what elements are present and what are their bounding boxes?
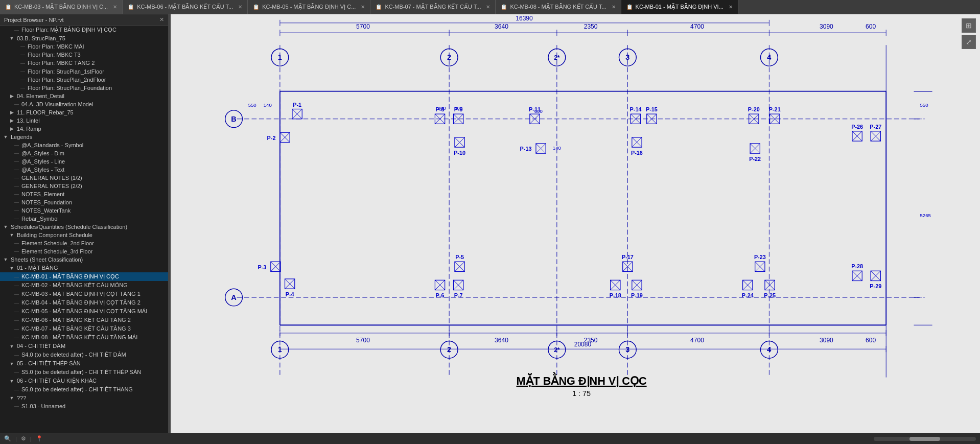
svg-text:2: 2 <box>447 345 451 354</box>
tree-item-general-notes-2[interactable]: —GENERAL NOTES (2/2) <box>0 182 168 190</box>
status-icon-1[interactable]: 🔍 <box>4 435 11 442</box>
tree-item-schedules-quantities[interactable]: ▼Schedules/Quantities (Schedule Classifi… <box>0 223 168 231</box>
tree-item-astyles-text[interactable]: —@A_Styles - Text <box>0 166 168 174</box>
tree-item-s4-delete[interactable]: —S4.0 (to be deleted after) - CHI TIẾT D… <box>0 350 168 359</box>
tree-item-strucplan-75[interactable]: ▼03.B. StrucPlan_75 <box>0 34 168 42</box>
tree-item-question-marks[interactable]: ▼??? <box>0 394 168 402</box>
svg-text:2: 2 <box>447 53 451 61</box>
tree-toggle[interactable]: ▶ <box>8 126 15 131</box>
tree-item-floor-strucplan-foundation[interactable]: —Floor Plan: StrucPlan_Foundation <box>0 84 168 92</box>
tree-item-kc-mb-04[interactable]: —KC-MB-04 - MẶT BẰNG ĐỊNH VỊ CỌT TẦNG 2 <box>0 298 168 307</box>
tree-label: Floor Plan: StrucPlan_Foundation <box>28 85 112 91</box>
svg-text:B: B <box>231 115 236 123</box>
horizontal-scrollbar[interactable] <box>874 437 976 441</box>
tree-item-general-notes-1[interactable]: —GENERAL NOTES (1/2) <box>0 174 168 182</box>
tree-item-astyles-dim[interactable]: —@A_Styles - Dim <box>0 149 168 157</box>
tab-6-close[interactable]: ✕ <box>729 4 733 10</box>
tree-toggle[interactable]: ▼ <box>8 361 15 366</box>
tree-item-floor-mbkc-mai[interactable]: —Floor Plan: MBKC MÁI <box>0 42 168 51</box>
tree-item-astandards-symbol[interactable]: —@A_Standards - Symbol <box>0 141 168 149</box>
tree-toggle[interactable]: ▼ <box>2 224 9 229</box>
tree-item-floor-strucplan-2nd[interactable]: —Floor Plan: StrucPlan_2ndFloor <box>0 76 168 84</box>
tree-toggle[interactable]: ▼ <box>8 266 15 271</box>
svg-text:1: 1 <box>278 53 282 61</box>
tree-item-floor-dinh-vi-coc[interactable]: —Floor Plan: MẶT BẰNG ĐỊNH VỊ CỌC <box>0 26 168 34</box>
tree-item-kc-mb-03[interactable]: —KC-MB-03 - MẶT BẰNG ĐỊNH VỊ CỌT TẦNG 1 <box>0 290 168 298</box>
svg-text:2*: 2* <box>554 346 560 354</box>
tree-item-element-detail[interactable]: ▶04. Element_Detail <box>0 92 168 100</box>
tree-label: KC-MB-06 - MẶT BẰNG KẾT CẤU TẦNG 2 <box>21 317 131 323</box>
svg-text:5700: 5700 <box>356 23 370 30</box>
zoom-to-fit-button[interactable]: ⤢ <box>962 35 976 49</box>
tree-item-kc-mb-06[interactable]: —KC-MB-06 - MẶT BẰNG KẾT CẤU TẦNG 2 <box>0 316 168 324</box>
tree-toggle[interactable]: ▼ <box>8 36 15 41</box>
tree-item-astyles-line[interactable]: —@A_Styles - Line <box>0 157 168 166</box>
tab-6[interactable]: 📋 KC-MB-01 - MẶT BẰNG ĐỊNH VI... ✕ <box>621 0 738 14</box>
tab-2-close[interactable]: ✕ <box>238 4 242 10</box>
tree-item-3d-visualization[interactable]: —04.A. 3D Visualization Model <box>0 100 168 108</box>
tree-item-rebar-symbol[interactable]: —Rebar_Symbol <box>0 215 168 223</box>
sidebar-close-button[interactable]: ✕ <box>159 16 164 23</box>
view-cube-button[interactable]: ⊞ <box>962 18 976 33</box>
tree-item-kc-mb-01[interactable]: —KC-MB-01 - MẶT BẰNG ĐỊNH VỊ CỌC <box>0 272 168 281</box>
tree-toggle[interactable]: ▼ <box>8 344 15 349</box>
tab-2[interactable]: 📋 KC-MB-06 - MẶT BẰNG KẾT CẤU T... ✕ <box>123 0 248 14</box>
svg-text:P-21: P-21 <box>769 106 781 112</box>
tree-item-01-mat-bang[interactable]: ▼01 - MẶT BẰNG <box>0 264 168 272</box>
tree-toggle[interactable]: ▶ <box>8 110 15 115</box>
tab-5[interactable]: 📋 KC-MB-08 - MẶT BẰNG KẾT CẤU T... ✕ <box>496 0 621 14</box>
tree-item-notes-foundation[interactable]: —NOTES_Foundation <box>0 198 168 206</box>
tree-toggle[interactable]: ▶ <box>8 94 15 99</box>
tree-label: Floor Plan: StrucPlan_1stFloor <box>28 68 104 75</box>
leaf-dash: — <box>14 200 21 205</box>
tree-toggle[interactable]: ▶ <box>8 118 15 123</box>
tab-4[interactable]: 📋 KC-MB-07 - MẶT BẰNG KẾT CẤU T... ✕ <box>370 0 496 14</box>
tree-item-notes-watertank[interactable]: —NOTES_WaterTank <box>0 206 168 215</box>
tree-item-kc-mb-07[interactable]: —KC-MB-07 - MẶT BẰNG KẾT CẤU TẦNG 3 <box>0 324 168 333</box>
drawing-viewport[interactable]: 1 2 2* 3 4 1 2 2* <box>171 14 980 433</box>
tree-label: Building Component Schedule <box>17 232 92 238</box>
tree-item-sheets-classification[interactable]: ▼Sheets (Sheet Classification) <box>0 255 168 264</box>
tree-item-s1-03[interactable]: —S1.03 - Unnamed <box>0 402 168 410</box>
tree-item-floor-mbkc-tang2[interactable]: —Floor Plan: MBKC TẦNG 2 <box>0 59 168 67</box>
svg-text:P-22: P-22 <box>749 156 761 162</box>
tree-item-s5-delete[interactable]: —S5.0 (to be deleted after) - CHI TIẾT T… <box>0 368 168 377</box>
tree-item-06-chi-tiet-cau-kien-khac[interactable]: ▼06 - CHI TIẾT CẤU KIỆN KHÁC <box>0 377 168 385</box>
tab-1-close[interactable]: ✕ <box>113 4 117 10</box>
tree-item-legends[interactable]: ▼Legends <box>0 133 168 141</box>
tree-item-element-schedule-2nd[interactable]: —Element Schedule_2nd Floor <box>0 239 168 247</box>
tab-1-label: KC-MB-03 - MẶT BẰNG ĐỊNH VỊ C... <box>14 4 108 10</box>
tab-bar: 📋 KC-MB-03 - MẶT BẰNG ĐỊNH VỊ C... ✕ 📋 K… <box>0 0 980 14</box>
tree-toggle[interactable]: ▼ <box>8 379 15 384</box>
tree-item-kc-mb-05[interactable]: —KC-MB-05 - MẶT BẰNG ĐỊNH VỊ CỌT TẦNG MÁ… <box>0 307 168 316</box>
tab-3-close[interactable]: ✕ <box>361 4 365 10</box>
tree-item-05-chi-tiet-thep-san[interactable]: ▼05 - CHI TIẾT THÉP SÀN <box>0 359 168 368</box>
tab-4-close[interactable]: ✕ <box>486 4 490 10</box>
tree-toggle[interactable]: ▼ <box>2 257 9 262</box>
tree-item-lintel[interactable]: ▶13. Lintel <box>0 116 168 125</box>
tree-item-s6-delete[interactable]: —S6.0 (to be deleted after) - CHI TIẾT T… <box>0 385 168 394</box>
tree-item-floor-strucplan-1st[interactable]: —Floor Plan: StrucPlan_1stFloor <box>0 67 168 76</box>
status-icon-3[interactable]: 📍 <box>36 435 43 442</box>
tree-label: @A_Standards - Symbol <box>21 142 83 148</box>
tree-item-building-component-schedule[interactable]: ▼Building Component Schedule <box>0 231 168 239</box>
tree-label: Sheets (Sheet Classification) <box>11 256 83 263</box>
tab-4-icon: 📋 <box>376 4 382 10</box>
status-icon-2[interactable]: ⚙ <box>21 435 26 442</box>
tree-toggle[interactable]: ▼ <box>8 395 15 401</box>
tab-2-icon: 📋 <box>128 4 134 10</box>
tab-1[interactable]: 📋 KC-MB-03 - MẶT BẰNG ĐỊNH VỊ C... ✕ <box>0 0 123 14</box>
tree-item-floor-mbkc-t3[interactable]: —Floor Plan: MBKC T3 <box>0 51 168 59</box>
tree-item-04-chi-tiet-dam[interactable]: ▼04 - CHI TIẾT DẦM <box>0 342 168 350</box>
tree-item-notes-element[interactable]: —NOTES_Element <box>0 190 168 198</box>
tree-item-ramp[interactable]: ▶14. Ramp <box>0 125 168 133</box>
tree-toggle[interactable]: ▼ <box>2 134 9 139</box>
tab-5-close[interactable]: ✕ <box>612 4 616 10</box>
tree-label: Element Schedule_3rd Floor <box>21 248 92 254</box>
tree-item-floor-rebar-75[interactable]: ▶11. FLOOR_Rebar_75 <box>0 108 168 116</box>
tree-toggle[interactable]: ▼ <box>8 232 15 238</box>
tree-item-kc-mb-02[interactable]: —KC-MB-02 - MẶT BẰNG KẾT CẤU MÓNG <box>0 281 168 290</box>
tab-3[interactable]: 📋 KC-MB-05 - MẶT BẰNG ĐỊNH VỊ C... ✕ <box>248 0 370 14</box>
tree-item-kc-mb-08[interactable]: —KC-MB-08 - MẶT BẰNG KẾT CẤU TẦNG MÁI <box>0 333 168 342</box>
tree-item-element-schedule-3rd[interactable]: —Element Schedule_3rd Floor <box>0 247 168 255</box>
